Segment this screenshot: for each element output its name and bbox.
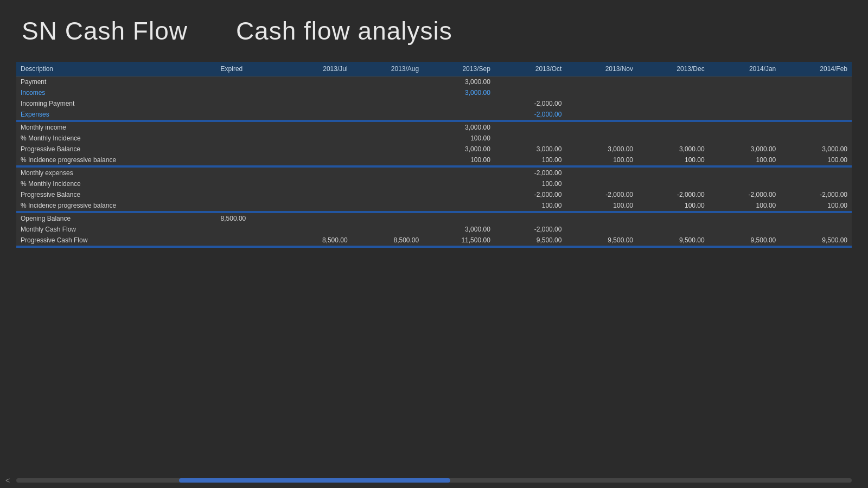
- row-value: [280, 178, 352, 189]
- row-value: [216, 155, 280, 165]
- row-value: [216, 224, 280, 235]
- section-label-value: [780, 87, 852, 98]
- report-name: Cash flow analysis: [236, 17, 452, 45]
- section-label-value: [780, 109, 852, 120]
- row-value: [280, 76, 352, 88]
- row-desc: Progressive Balance: [16, 144, 216, 155]
- section-label-value: 3,000.00: [423, 87, 495, 98]
- table-row: Incoming Payment-2,000.00: [16, 98, 852, 109]
- table-section-label-row: Incomes3,000.00: [16, 87, 852, 98]
- row-value: [216, 168, 280, 178]
- section-label-desc: Expenses: [16, 109, 216, 120]
- row-desc: Payment: [16, 76, 216, 88]
- col-header-oct: 2013/Oct: [495, 62, 566, 76]
- row-desc: % Monthly Incidence: [16, 133, 216, 144]
- row-value: [566, 178, 637, 189]
- col-header-description: Description: [16, 62, 216, 76]
- row-value: [423, 189, 495, 200]
- row-value: [495, 76, 566, 88]
- row-value: 3,000.00: [566, 144, 637, 155]
- row-value: -2,000.00: [495, 168, 566, 178]
- row-desc: Monthly income: [16, 122, 216, 133]
- row-value: [637, 224, 709, 235]
- row-value: [566, 98, 637, 109]
- scrollbar-thumb[interactable]: [179, 478, 450, 483]
- row-value: 3,000.00: [637, 144, 709, 155]
- table-row: Monthly Cash Flow3,000.00-2,000.00: [16, 224, 852, 235]
- section-label-value: [709, 109, 781, 120]
- row-value: [566, 213, 637, 224]
- row-value: [637, 122, 709, 133]
- row-value: [216, 133, 280, 144]
- row-value: [352, 200, 424, 211]
- row-value: 9,500.00: [637, 235, 709, 246]
- row-value: [216, 178, 280, 189]
- row-value: [709, 224, 781, 235]
- row-value: [352, 122, 424, 133]
- row-value: [709, 98, 781, 109]
- row-value: 100.00: [780, 155, 852, 165]
- row-value: -2,000.00: [566, 189, 637, 200]
- row-value: [566, 122, 637, 133]
- section-label-value: [637, 87, 709, 98]
- row-value: [637, 178, 709, 189]
- table-separator-row: [16, 246, 852, 248]
- row-desc: % Incidence progressive balance: [16, 155, 216, 165]
- row-value: [709, 122, 781, 133]
- row-value: 8,500.00: [280, 235, 352, 246]
- row-value: 3,000.00: [780, 144, 852, 155]
- row-value: -2,000.00: [709, 189, 781, 200]
- row-desc: Incoming Payment: [16, 98, 216, 109]
- table-row: % Incidence progressive balance100.00100…: [16, 200, 852, 211]
- row-value: [637, 168, 709, 178]
- col-header-aug: 2013/Aug: [352, 62, 424, 76]
- row-value: [495, 213, 566, 224]
- table-header-row: Description Expired 2013/Jul 2013/Aug 20…: [16, 62, 852, 76]
- row-value: [566, 76, 637, 88]
- row-value: 100.00: [423, 155, 495, 165]
- row-desc: Monthly Cash Flow: [16, 224, 216, 235]
- row-value: [216, 200, 280, 211]
- row-value: [637, 133, 709, 144]
- nav-back[interactable]: <: [5, 476, 10, 485]
- table-row: Opening Balance8,500.00: [16, 213, 852, 224]
- row-value: [709, 133, 781, 144]
- row-value: [709, 213, 781, 224]
- table-row: Progressive Balance3,000.003,000.003,000…: [16, 144, 852, 155]
- row-value: 100.00: [566, 155, 637, 165]
- row-value: 8,500.00: [216, 213, 280, 224]
- row-value: [423, 178, 495, 189]
- row-value: [352, 168, 424, 178]
- row-value: [216, 122, 280, 133]
- row-value: 9,500.00: [709, 235, 781, 246]
- row-value: [637, 98, 709, 109]
- row-value: 9,500.00: [495, 235, 566, 246]
- page-title: SN Cash Flow Cash flow analysis: [0, 0, 868, 56]
- row-value: [566, 168, 637, 178]
- section-label-value: [637, 109, 709, 120]
- row-desc: Monthly expenses: [16, 168, 216, 178]
- scrollbar-container[interactable]: [16, 478, 852, 483]
- row-value: [566, 133, 637, 144]
- col-header-nov: 2013/Nov: [566, 62, 637, 76]
- row-value: [709, 178, 781, 189]
- row-value: 100.00: [637, 155, 709, 165]
- cash-flow-table: Description Expired 2013/Jul 2013/Aug 20…: [16, 62, 852, 248]
- section-label-value: [280, 87, 352, 98]
- table-row: Progressive Cash Flow8,500.008,500.0011,…: [16, 235, 852, 246]
- col-header-jan: 2014/Jan: [709, 62, 781, 76]
- row-value: 11,500.00: [423, 235, 495, 246]
- col-header-sep: 2013/Sep: [423, 62, 495, 76]
- section-label-value: [352, 109, 424, 120]
- table-row: % Monthly Incidence100.00: [16, 133, 852, 144]
- table-row: Payment3,000.00: [16, 76, 852, 88]
- row-value: [780, 224, 852, 235]
- section-label-value: [423, 109, 495, 120]
- row-value: 3,000.00: [709, 144, 781, 155]
- table-row: % Monthly Incidence100.00: [16, 178, 852, 189]
- row-value: -2,000.00: [495, 98, 566, 109]
- section-label-value: [709, 87, 781, 98]
- section-label-value: [352, 87, 424, 98]
- row-desc: Progressive Cash Flow: [16, 235, 216, 246]
- table-row: % Incidence progressive balance100.00100…: [16, 155, 852, 165]
